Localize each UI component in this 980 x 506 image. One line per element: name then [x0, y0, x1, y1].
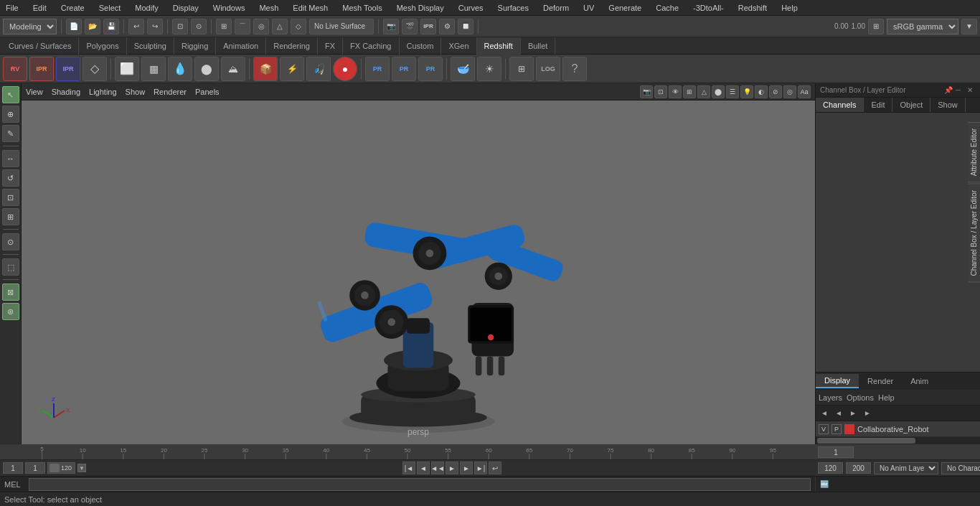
layer-arrow-right2[interactable]: ► [862, 408, 873, 419]
vp-icon-camera[interactable]: 📷 [640, 85, 653, 98]
paint-select-btn[interactable]: ✎ [2, 125, 19, 142]
shelf-icon-hook[interactable]: 🎣 [306, 57, 331, 81]
loop-btn[interactable]: ↩ [489, 462, 501, 474]
snap-to-point-icon[interactable]: ◎ [253, 19, 269, 34]
shelf-icon-pr3[interactable]: PR [418, 57, 443, 81]
shelf-icon-columns[interactable]: ▦ [141, 57, 166, 81]
menu-redshift[interactable]: Redshift [735, 2, 770, 14]
timeline-ruler[interactable]: 5 10 15 20 25 30 35 40 [0, 444, 815, 460]
shelf-icon-droplet[interactable]: 💧 [168, 57, 192, 81]
step-fwd-btn[interactable]: ► [460, 462, 473, 474]
render-tab[interactable]: Render [859, 375, 902, 388]
object-tab[interactable]: Object [892, 98, 930, 112]
shelf-icon-question[interactable]: ? [562, 57, 587, 81]
menu-display[interactable]: Display [170, 2, 202, 14]
shelf-icon-slash[interactable]: ⚡ [280, 57, 304, 81]
shelf-icon-sun[interactable]: ☀ [477, 57, 501, 81]
layer-arrow-right[interactable]: ► [847, 408, 859, 419]
mel-input[interactable] [29, 478, 811, 491]
vp-icon-shaded[interactable]: ⬤ [712, 85, 725, 98]
viewport-shading-menu[interactable]: Shading [52, 88, 80, 96]
lasso-icon[interactable]: ⊙ [191, 19, 207, 34]
shelf-icon-ipr[interactable]: IPR [29, 57, 54, 81]
viewport-lighting-menu[interactable]: Lighting [89, 88, 117, 96]
menu-mesh-display[interactable]: Mesh Display [394, 2, 447, 14]
redo-icon[interactable]: ↪ [147, 19, 163, 34]
shelf-icon-node[interactable]: ⊞ [509, 57, 534, 81]
shelf-icon-bowl[interactable]: 🥣 [451, 57, 475, 81]
shelf-tab-custom[interactable]: Custom [400, 37, 442, 55]
menu-mesh[interactable]: Mesh [256, 2, 281, 14]
render-icon[interactable]: 🎬 [402, 19, 418, 34]
range-start-input[interactable]: 1 [25, 462, 45, 474]
layer-row-1[interactable]: V P Collaborative_Robot [816, 421, 980, 437]
layers-menu[interactable]: Layers [819, 393, 842, 402]
shelf-icon-donut[interactable]: ⬤ [194, 57, 219, 81]
vp-icon-xray[interactable]: ⊘ [769, 85, 782, 98]
shelf-tab-fx-caching[interactable]: FX Caching [343, 37, 399, 55]
menu-file[interactable]: File [3, 2, 22, 14]
layer-playback-btn[interactable]: P [831, 424, 842, 434]
menu-uv[interactable]: UV [580, 2, 597, 14]
shelf-icon-rv[interactable]: RV [3, 57, 27, 81]
shelf-icon-cube-red[interactable]: 📦 [253, 57, 278, 81]
gamma-option-icon[interactable]: ▼ [961, 19, 977, 34]
step-back-btn[interactable]: ◄ [417, 462, 430, 474]
shelf-icon-ipr2[interactable]: IPR [56, 57, 80, 81]
soft-mod-btn[interactable]: ⊙ [2, 233, 19, 250]
snap-to-curve-icon[interactable]: ⌒ [235, 19, 250, 34]
save-icon[interactable]: 💾 [103, 19, 119, 34]
range-expand-btn[interactable]: ▼ [77, 464, 86, 472]
shelf-icon-terrain[interactable]: ⛰ [221, 57, 245, 81]
viewport-3d[interactable]: persp X Y Z [22, 100, 815, 444]
open-icon[interactable]: 📂 [85, 19, 100, 34]
gamma-dropdown[interactable]: sRGB gamma [887, 19, 958, 34]
ipr-icon[interactable]: IPR [420, 19, 436, 34]
rotate-tool-btn[interactable]: ↺ [2, 169, 19, 187]
shelf-tab-rigging[interactable]: Rigging [174, 37, 216, 55]
camera-icon[interactable]: 📷 [383, 19, 399, 34]
undo-icon[interactable]: ↩ [128, 19, 144, 34]
range-end2-input[interactable]: 120 [818, 462, 843, 474]
snap-align-btn[interactable]: ⊠ [2, 284, 19, 301]
play-fwd-btn[interactable]: ► [446, 462, 458, 474]
viewport-show-menu[interactable]: Show [126, 88, 146, 96]
vp-icon-grid[interactable]: ⊞ [683, 85, 696, 98]
menu-3dtoall[interactable]: -3DtoAll- [690, 2, 727, 14]
menu-curves[interactable]: Curves [456, 2, 486, 14]
help-menu[interactable]: Help [878, 393, 895, 402]
play-back-btn[interactable]: ◄◄ [431, 462, 444, 474]
universal-manip-btn[interactable]: ⊞ [2, 208, 19, 225]
shelf-tab-bullet[interactable]: Bullet [521, 37, 556, 55]
char-set-dropdown[interactable]: No Character Set [941, 462, 980, 474]
shelf-icon-cube[interactable]: ⬜ [115, 57, 139, 81]
move-tool-btn[interactable]: ↔ [2, 150, 19, 167]
shelf-tab-rendering[interactable]: Rendering [266, 37, 318, 55]
menu-edit[interactable]: Edit [30, 2, 50, 14]
live-surface-icon[interactable]: ◇ [291, 19, 306, 34]
anim-layer-dropdown[interactable]: No Anim Layer [874, 462, 938, 474]
no-live-surface-btn[interactable]: No Live Surface [309, 19, 374, 34]
layer-scrollbar[interactable] [816, 437, 980, 444]
shelf-tab-fx[interactable]: FX [318, 37, 343, 55]
menu-edit-mesh[interactable]: Edit Mesh [290, 2, 331, 14]
shelf-tab-polygons[interactable]: Polygons [79, 37, 126, 55]
layer-color-swatch[interactable] [844, 424, 854, 434]
vp-icon-texture[interactable]: ☰ [726, 85, 739, 98]
shelf-tab-sculpting[interactable]: Sculpting [127, 37, 174, 55]
skip-to-end-btn[interactable]: ►| [474, 462, 487, 474]
menu-windows[interactable]: Windows [210, 2, 248, 14]
vp-icon-box[interactable]: ⊡ [654, 85, 667, 98]
new-scene-icon[interactable]: 📄 [66, 19, 82, 34]
vp-icon-wireframe[interactable]: △ [697, 85, 710, 98]
shelf-tab-animation[interactable]: Animation [216, 37, 266, 55]
snap-to-grid-icon[interactable]: ⊞ [216, 19, 232, 34]
menu-help[interactable]: Help [778, 2, 801, 14]
snap-to-surface-icon[interactable]: △ [272, 19, 288, 34]
menu-deform[interactable]: Deform [540, 2, 572, 14]
shelf-icon-sphere[interactable]: ● [333, 57, 357, 81]
shelf-tab-xgen[interactable]: XGen [441, 37, 476, 55]
options-menu[interactable]: Options [847, 393, 874, 402]
viewport-panels-menu[interactable]: Panels [195, 88, 220, 96]
panel-minimize-icon[interactable]: ─ [956, 86, 964, 95]
